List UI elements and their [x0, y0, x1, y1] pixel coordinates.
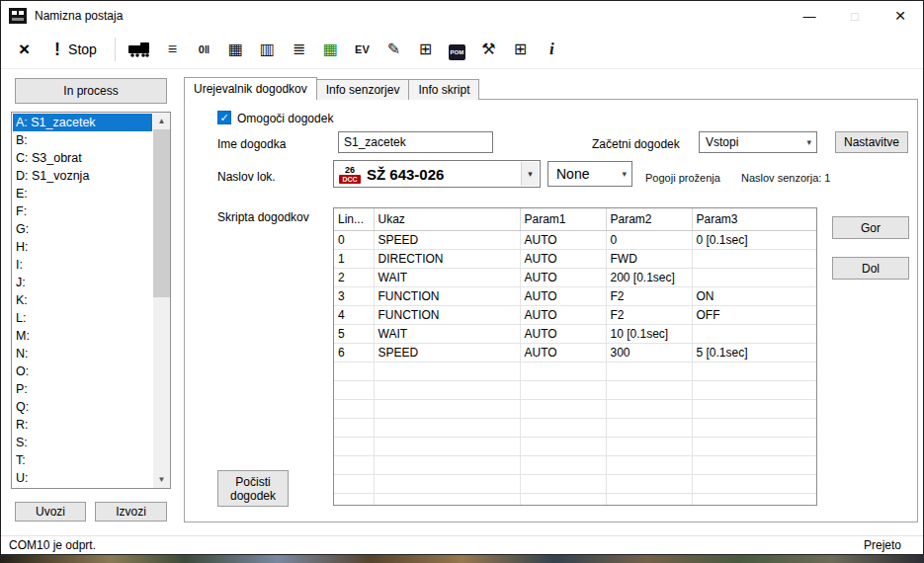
info-icon[interactable]: i	[543, 40, 561, 59]
script-cell[interactable]	[374, 400, 520, 419]
script-column-header[interactable]: Lin...	[334, 208, 374, 231]
script-cell[interactable]	[692, 362, 816, 381]
clear-event-button[interactable]: Počisti dogodek	[217, 470, 289, 507]
event-name-input[interactable]: S1_zacetek	[338, 131, 493, 153]
script-cell[interactable]	[520, 362, 606, 381]
script-cell[interactable]	[334, 362, 374, 381]
start-event-dropdown[interactable]: Vstopi ▾	[699, 131, 817, 153]
script-row[interactable]: 1DIRECTIONAUTOFWD	[334, 250, 816, 269]
script-cell[interactable]: FUNCTION	[374, 287, 520, 306]
script-cell[interactable]: FWD	[606, 250, 692, 269]
script-row[interactable]: 2WAITAUTO200 [0.1sec]	[334, 269, 816, 287]
move-up-button[interactable]: Gor	[832, 216, 909, 239]
script-cell[interactable]: FUNCTION	[374, 306, 520, 325]
script-cell[interactable]	[520, 438, 606, 456]
script-cell[interactable]: 5	[334, 325, 374, 344]
script-cell[interactable]	[692, 269, 816, 287]
script-cell[interactable]: SPEED	[374, 344, 520, 362]
script-cell[interactable]	[692, 250, 816, 269]
process-list-item[interactable]: M:	[13, 327, 152, 345]
script-row[interactable]: 0SPEEDAUTO00 [0.1sec]	[334, 231, 816, 250]
script-cell[interactable]: OFF	[692, 306, 816, 325]
maximize-button[interactable]: □	[832, 1, 878, 31]
script-cell[interactable]	[606, 494, 692, 507]
process-list-item[interactable]: B:	[13, 131, 152, 149]
script-cell[interactable]: SPEED	[374, 231, 520, 250]
enable-event-checkbox[interactable]: ✓	[217, 111, 231, 124]
tab-urejevalnik-dogodkov[interactable]: Urejevalnik dogodkov	[184, 77, 317, 100]
process-list-item[interactable]: I:	[13, 256, 152, 274]
script-cell[interactable]	[334, 494, 374, 507]
script-cell[interactable]	[692, 400, 816, 419]
script-cell[interactable]	[334, 456, 374, 475]
process-list-item[interactable]: A: S1_zacetek	[13, 114, 152, 131]
script-row[interactable]: 4FUNCTIONAUTOF2OFF	[334, 306, 816, 325]
script-cell[interactable]	[606, 362, 692, 381]
chevron-down-icon[interactable]: ▾	[521, 162, 539, 186]
process-list-item[interactable]: R:	[13, 416, 152, 434]
scroll-up-icon[interactable]: ▲	[153, 113, 170, 129]
process-list-item[interactable]: P:	[13, 380, 152, 398]
process-list-item[interactable]: E:	[13, 185, 152, 202]
turnout-icon[interactable]: ≡	[163, 40, 182, 59]
process-list-item[interactable]: O:	[13, 362, 152, 380]
script-cell[interactable]: AUTO	[520, 269, 606, 287]
script-cell[interactable]	[520, 381, 606, 400]
move-down-button[interactable]: Dol	[832, 257, 909, 280]
script-cell[interactable]: WAIT	[374, 269, 520, 287]
script-cell[interactable]	[374, 475, 520, 494]
script-cell[interactable]: 0	[334, 231, 374, 250]
script-cell[interactable]	[606, 456, 692, 475]
script-cell[interactable]	[520, 419, 606, 438]
script-cell[interactable]	[520, 494, 606, 507]
locomotive-icon[interactable]	[128, 41, 150, 57]
ev-icon[interactable]: EV	[353, 40, 372, 59]
script-cell[interactable]	[606, 381, 692, 400]
script-cell[interactable]	[692, 456, 816, 475]
script-cell[interactable]: AUTO	[520, 287, 606, 306]
script-column-header[interactable]: Param2	[606, 208, 692, 231]
script-cell[interactable]	[334, 419, 374, 438]
script-cell[interactable]: AUTO	[520, 325, 606, 344]
tab-info-skript[interactable]: Info skript	[409, 79, 479, 100]
process-list-item[interactable]: G:	[13, 220, 152, 238]
process-list-item[interactable]: F:	[13, 202, 152, 220]
script-cell[interactable]: 4	[334, 306, 374, 325]
script-cell[interactable]	[692, 438, 816, 456]
script-cell[interactable]	[692, 419, 816, 438]
script-cell[interactable]: 3	[334, 287, 374, 306]
window-grid-icon[interactable]: ⊞	[511, 40, 530, 59]
stop-button[interactable]: ! Stop	[54, 40, 97, 60]
scrollbar-thumb[interactable]	[153, 129, 170, 297]
script-cell[interactable]: 300	[606, 344, 692, 362]
script-cell[interactable]	[692, 325, 816, 344]
script-cell[interactable]	[374, 438, 520, 456]
process-list-item[interactable]: Q:	[13, 398, 152, 416]
script-cell[interactable]: AUTO	[520, 306, 606, 325]
script-row[interactable]	[334, 362, 816, 381]
script-cell[interactable]: AUTO	[520, 344, 606, 362]
process-list-item[interactable]: H:	[13, 238, 152, 256]
script-cell[interactable]: 10 [0.1sec]	[606, 325, 692, 344]
script-cell[interactable]: 200 [0.1sec]	[606, 269, 692, 287]
script-row[interactable]	[334, 438, 816, 456]
script-cell[interactable]	[374, 456, 520, 475]
grid-icon[interactable]: ⊞	[416, 40, 435, 59]
script-row[interactable]	[334, 381, 816, 400]
scroll-down-icon[interactable]: ▼	[153, 471, 170, 488]
script-cell[interactable]: 0	[606, 231, 692, 250]
script-cell[interactable]	[374, 494, 520, 507]
script-cell[interactable]	[520, 475, 606, 494]
script-cell[interactable]	[334, 400, 374, 419]
process-list-item[interactable]: D: S1_voznja	[13, 167, 152, 185]
script-cell[interactable]: AUTO	[520, 250, 606, 269]
ruler-icon[interactable]: ▥	[258, 40, 277, 59]
pom-box-icon[interactable]: POM	[448, 40, 466, 60]
script-cell[interactable]	[606, 400, 692, 419]
script-cell[interactable]	[334, 381, 374, 400]
delete-icon[interactable]: ×	[19, 40, 30, 59]
script-cell[interactable]	[374, 362, 520, 381]
settings-button[interactable]: Nastavitve	[835, 131, 908, 153]
script-cell[interactable]: WAIT	[374, 325, 520, 344]
script-cell[interactable]: AUTO	[520, 231, 606, 250]
